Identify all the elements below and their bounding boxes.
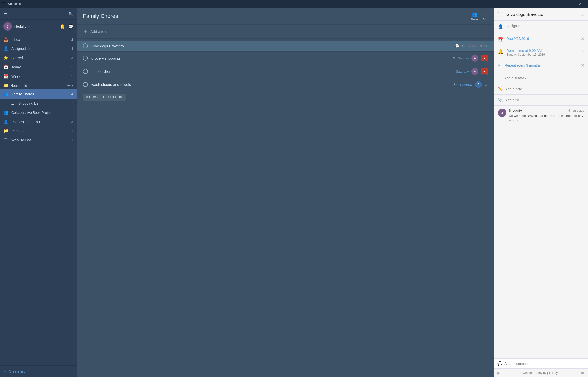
sort-button[interactable]: ↕ Sort [483,12,488,21]
todo-date: Saturday [456,70,469,73]
repeat-icon: ↻ [462,44,465,48]
avatar: J [3,22,12,31]
sidebar-item-week[interactable]: 📆 Week 5 [0,72,77,81]
star-icon[interactable]: ☆ [484,44,488,48]
todo-date: 9/15/2019 [467,44,482,48]
pencil-icon: ✏️ [498,87,503,91]
share-label: Share [470,18,478,21]
detail-checkbox[interactable] [498,12,503,17]
due-close-icon[interactable]: ✕ [581,36,584,41]
todo-checkbox[interactable] [83,43,88,48]
sidebar-item-today[interactable]: 📅 Today 2 [0,62,77,72]
today-icon: 📅 [3,65,8,69]
comment-body: jilleduffy 4 hours ago Do we have Bravec… [509,109,584,123]
sidebar-item-label: Podcast Team To-Dos [11,120,45,124]
detail-header: Give dogs Bravecto ☆ [494,8,588,21]
share-button[interactable]: 👥 Share [470,11,478,21]
todo-item[interactable]: wash sheets and towels ↻ Saturday J ☆ [77,78,494,91]
chat-icon[interactable]: 💬 [68,24,73,29]
add-todo-row[interactable]: ＋ Add a to-do... [77,25,494,39]
add-file-row[interactable]: 📎 Add a file [494,95,588,106]
detail-remind-section[interactable]: 🔔 Remind me at 9:00 AM Sunday, September… [494,45,588,60]
sidebar-item-personal[interactable]: 📁 Personal ‹ [0,126,77,135]
comment-input-row: 💬 [494,358,588,368]
section-household[interactable]: 📁 Household ••• ▾ [0,81,77,89]
todo-checkbox[interactable] [83,82,88,87]
work-count: 1 [71,138,73,142]
comment-time: 4 hours ago [568,109,584,112]
star-icon: ⭐ [3,55,8,60]
hamburger-icon[interactable]: ☰ [3,11,7,16]
sidebar-item-family-chores[interactable]: 👥 Family Chores 4 [0,89,77,99]
add-todo-placeholder: Add a to-do... [90,29,113,34]
shopping-list-icon: ☰ [10,101,15,106]
detail-star-icon[interactable]: ☆ [580,12,584,17]
user-info: J jilleduffy ▾ [3,22,30,31]
sidebar-item-work-todos[interactable]: ☰ Work To-Dos 1 [0,135,77,145]
todo-item[interactable]: grocery shopping ↻ Sunday W ★ [77,52,494,65]
week-icon: 📆 [3,74,8,79]
family-chores-icon: 👥 [3,92,8,96]
detail-repeat-section[interactable]: ↻ Repeat every 3 months ✕ [494,60,588,72]
sidebar-item-assigned[interactable]: 👤 Assigned to me 3 [0,44,77,53]
sidebar-item-inbox[interactable]: 📥 Inbox 2 [0,35,77,44]
add-note-row[interactable]: ✏️ Add a note... [494,84,588,95]
detail-footer: 💬 ▶ Created Today by jilleduffy 🗑 [494,358,588,377]
main-header: Family Chores 👥 Share ↕ Sort [77,8,494,25]
detail-assign-section[interactable]: 👤 Assign to [494,21,588,33]
username: jilleduffy [14,24,26,28]
todo-checkbox[interactable] [83,56,88,61]
minimize-button[interactable]: ─ [552,0,563,8]
send-icon: ▶ [497,371,500,375]
add-note-label: Add a note... [505,87,525,91]
close-button[interactable]: ✕ [575,0,586,8]
trash-icon[interactable]: 🗑 [581,371,585,375]
section-dots-icon[interactable]: ••• [66,84,70,88]
completed-section: 8 COMPLETED TO-DOS [77,91,494,103]
sidebar-item-label: Shopping List [18,101,39,105]
create-list-button[interactable]: ＋ Create list [3,369,25,374]
todo-item[interactable]: Give dogs Bravecto 💬 ↻ 9/15/2019 ☆ [77,41,494,52]
comment-input[interactable] [504,362,585,366]
repeat-icon: ↻ [452,56,455,60]
work-icon: ☰ [3,138,8,142]
bell-icon[interactable]: 🔔 [60,24,65,29]
assigned-count: 3 [71,47,73,50]
family-chores-count: 4 [71,92,73,96]
calendar-icon: 📅 [498,37,503,42]
todo-item[interactable]: mop kitchen Saturday W ★ [77,65,494,78]
repeat-close-icon[interactable]: ✕ [581,63,584,68]
sidebar-item-collaborative-book[interactable]: 👥 Collaborative Book Project [0,108,77,117]
sidebar-item-shopping-list[interactable]: ☰ Shopping List 7 [0,99,77,108]
avatar: W [471,55,478,62]
avatar: J [475,81,482,88]
detail-due-section[interactable]: 📅 Due 9/15/2019 ✕ [494,33,588,45]
remind-close-icon[interactable]: ✕ [581,49,584,53]
todo-date: Sunday [458,56,469,60]
shopping-list-count: 7 [71,101,73,105]
collaborative-icon: 👥 [3,110,8,115]
detail-panel: Give dogs Bravecto ☆ 👤 Assign to 📅 Due 9… [494,8,588,377]
sort-label: Sort [483,18,488,21]
sidebar-item-podcast-team[interactable]: 👤 Podcast Team To-Dos 3 [0,117,77,126]
alarm-icon: 🔔 [498,49,503,54]
chevron-down-icon[interactable]: ▾ [71,84,73,88]
chevron-down-icon[interactable]: ▾ [28,25,30,28]
add-subtask-row[interactable]: ＋ Add a subtask [494,72,588,84]
sidebar-item-starred[interactable]: ⭐ Starred 3 [0,53,77,62]
comment-bubble-icon: 💬 [497,361,502,366]
search-icon[interactable]: 🔍 [68,11,73,16]
plus-icon: ＋ [498,75,502,81]
today-count: 2 [71,65,73,69]
sidebar-item-label: Week [11,74,20,78]
todo-text: mop kitchen [91,69,456,74]
title-bar: ☰ Wunderlist ─ □ ✕ [0,0,588,8]
star-icon[interactable]: ☆ [484,82,488,87]
completed-todos-button[interactable]: 8 COMPLETED TO-DOS [83,94,126,101]
todo-checkbox[interactable] [83,69,88,74]
todo-text: grocery shopping [91,56,452,60]
add-subtask-label: Add a subtask [504,76,526,80]
due-label: Due 9/15/2019 [506,37,529,41]
maximize-button[interactable]: □ [563,0,575,8]
avatar: W [471,68,478,75]
